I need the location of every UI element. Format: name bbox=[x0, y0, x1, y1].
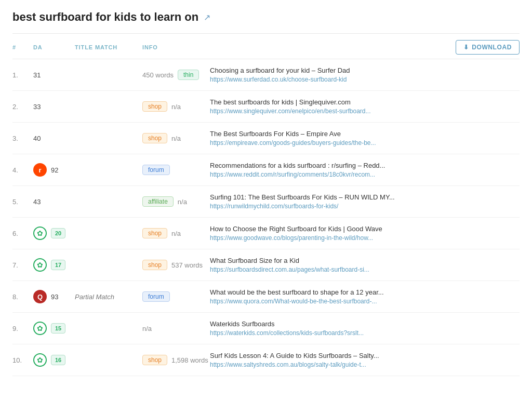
tag-forum: forum bbox=[142, 291, 170, 302]
result: Choosing a surfboard for your kid – Surf… bbox=[210, 66, 520, 83]
result-url[interactable]: https://www.reddit.com/r/surfing/comment… bbox=[210, 171, 520, 178]
row-columns: 8. Q93 Partial Match forum What would be… bbox=[12, 288, 520, 305]
table-row: 5. 43 affiliate n/a Surfing 101: The Bes… bbox=[12, 186, 520, 218]
leaf-icon: ✿ bbox=[33, 258, 47, 272]
header-columns: # DA TITLE MATCH INFO bbox=[12, 44, 456, 50]
result: What Surfboard Size for a Kid https://su… bbox=[210, 257, 520, 273]
row-columns: 3. 40 shop n/a The Best Surfboards For K… bbox=[12, 130, 520, 146]
table-row: 6. ✿20 shop n/a How to Choose the Right … bbox=[12, 218, 520, 249]
da-badge: 17 bbox=[51, 260, 65, 270]
table-row: 8. Q93 Partial Match forum What would be… bbox=[12, 281, 520, 313]
table-row: 7. ✿17 shop 537 words What Surfboard Siz… bbox=[12, 249, 520, 281]
tag-shop: shop bbox=[142, 133, 167, 143]
leaf-icon: ✿ bbox=[33, 226, 47, 240]
da-value: 31 bbox=[33, 71, 41, 79]
row-num: 4. bbox=[12, 166, 33, 174]
result-url[interactable]: https://empireave.com/goods-guides/buyer… bbox=[210, 139, 520, 146]
row-num: 3. bbox=[12, 135, 33, 142]
row-columns: 1. 31 450 words thin Choosing a surfboar… bbox=[12, 66, 520, 83]
external-link-icon[interactable]: ↗ bbox=[204, 12, 210, 22]
row-num: 10. bbox=[12, 356, 33, 364]
tag-shop: shop bbox=[142, 101, 167, 112]
col-info: shop 1,598 words bbox=[142, 355, 210, 365]
da-value: 40 bbox=[33, 135, 41, 142]
row-columns: 2. 33 shop n/a The best surfboards for k… bbox=[12, 98, 520, 115]
word-count: 1,598 words bbox=[171, 356, 208, 364]
result: The best surfboards for kids | Singlequi… bbox=[210, 98, 520, 115]
col-header-num: # bbox=[12, 44, 33, 50]
col-info: forum bbox=[142, 165, 210, 175]
row-num: 8. bbox=[12, 293, 33, 301]
da-value: 93 bbox=[51, 293, 58, 301]
download-label: DOWNLOAD bbox=[472, 44, 512, 51]
da-value: 33 bbox=[33, 103, 41, 111]
result-url[interactable]: https://surfboardsdirect.com.au/pages/wh… bbox=[210, 266, 520, 273]
col-info: forum bbox=[142, 291, 210, 302]
result-url[interactable]: https://waterkids.com/collections/kids-s… bbox=[210, 329, 520, 337]
da-badge: 20 bbox=[51, 228, 65, 238]
col-header-da: DA bbox=[33, 44, 75, 50]
result-url[interactable]: https://www.saltyshreds.com.au/blogs/sal… bbox=[210, 361, 520, 368]
reddit-icon: r bbox=[33, 163, 47, 177]
col-info: 450 words thin bbox=[142, 70, 210, 80]
result-title: Surfing 101: The Best Surfboards For Kid… bbox=[210, 193, 520, 201]
title-match: Partial Match bbox=[75, 293, 142, 301]
table-header: # DA TITLE MATCH INFO ⬇ DOWNLOAD bbox=[12, 34, 520, 59]
col-info: shop 537 words bbox=[142, 260, 210, 270]
row-num: 7. bbox=[12, 261, 33, 269]
col-info: shop n/a bbox=[142, 228, 210, 238]
page-header: best surfboard for kids to learn on ↗ bbox=[12, 10, 520, 34]
da-value: 43 bbox=[33, 198, 41, 206]
download-button[interactable]: ⬇ DOWNLOAD bbox=[456, 40, 520, 55]
table-row: 9. ✿15 n/a Waterkids Surfboards https://… bbox=[12, 313, 520, 344]
result: How to Choose the Right Surfboard for Ki… bbox=[210, 225, 520, 242]
col-info: shop n/a bbox=[142, 101, 210, 112]
page-title: best surfboard for kids to learn on bbox=[12, 10, 198, 24]
result-title: Surf Kids Lesson 4: A Guide to Kids Surf… bbox=[210, 352, 520, 359]
tag-thin: thin bbox=[178, 70, 199, 80]
col-info: n/a bbox=[142, 325, 210, 332]
da-badge: 15 bbox=[51, 323, 65, 334]
result-url[interactable]: https://www.goodwave.co/blogs/parenting-… bbox=[210, 234, 520, 242]
result: Surfing 101: The Best Surfboards For Kid… bbox=[210, 193, 520, 210]
result-title: How to Choose the Right Surfboard for Ki… bbox=[210, 225, 520, 233]
col-info: affiliate n/a bbox=[142, 196, 210, 207]
row-columns: 4. r92 forum Recommendations for a kids … bbox=[12, 162, 520, 178]
tag-forum: forum bbox=[142, 165, 170, 175]
word-count-na: n/a bbox=[171, 103, 181, 111]
word-count-na: n/a bbox=[171, 135, 181, 142]
col-info: shop n/a bbox=[142, 133, 210, 143]
row-columns: 9. ✿15 n/a Waterkids Surfboards https://… bbox=[12, 320, 520, 337]
result-url[interactable]: https://www.singlequiver.com/enelpico/en… bbox=[210, 108, 520, 115]
result-title: Choosing a surfboard for your kid – Surf… bbox=[210, 66, 520, 74]
tag-shop: shop bbox=[142, 355, 167, 365]
table-row: 10. ✿16 shop 1,598 words Surf Kids Lesso… bbox=[12, 344, 520, 376]
result-title: Waterkids Surfboards bbox=[210, 320, 520, 328]
table-body: 1. 31 450 words thin Choosing a surfboar… bbox=[12, 59, 520, 376]
result: Surf Kids Lesson 4: A Guide to Kids Surf… bbox=[210, 352, 520, 368]
result-url[interactable]: https://www.surferdad.co.uk/choose-surfb… bbox=[210, 76, 520, 83]
download-icon: ⬇ bbox=[463, 44, 469, 51]
result-title: What would be the best surfboard to shap… bbox=[210, 288, 520, 296]
result-url[interactable]: https://runwildmychild.com/surfboards-fo… bbox=[210, 203, 520, 210]
da-value: 92 bbox=[51, 166, 58, 174]
quora-icon: Q bbox=[33, 290, 47, 303]
result-url[interactable]: https://www.quora.com/What-would-be-the-… bbox=[210, 298, 520, 305]
word-count: 537 words bbox=[171, 261, 203, 269]
da-badge: 16 bbox=[51, 355, 65, 365]
col-header-title-match: TITLE MATCH bbox=[75, 44, 142, 50]
row-columns: 10. ✿16 shop 1,598 words Surf Kids Lesso… bbox=[12, 352, 520, 368]
result: Recommendations for a kids surfboard : r… bbox=[210, 162, 520, 178]
table-row: 3. 40 shop n/a The Best Surfboards For K… bbox=[12, 123, 520, 154]
result-title: What Surfboard Size for a Kid bbox=[210, 257, 520, 264]
row-columns: 5. 43 affiliate n/a Surfing 101: The Bes… bbox=[12, 193, 520, 210]
col-header-info: INFO bbox=[142, 44, 210, 50]
row-num: 9. bbox=[12, 325, 33, 332]
row-columns: 7. ✿17 shop 537 words What Surfboard Siz… bbox=[12, 257, 520, 273]
row-columns: 6. ✿20 shop n/a How to Choose the Right … bbox=[12, 225, 520, 242]
result-title: The best surfboards for kids | Singlequi… bbox=[210, 98, 520, 106]
table-row: 2. 33 shop n/a The best surfboards for k… bbox=[12, 91, 520, 123]
result: Waterkids Surfboards https://waterkids.c… bbox=[210, 320, 520, 337]
row-num: 2. bbox=[12, 103, 33, 111]
table-row: 4. r92 forum Recommendations for a kids … bbox=[12, 154, 520, 186]
